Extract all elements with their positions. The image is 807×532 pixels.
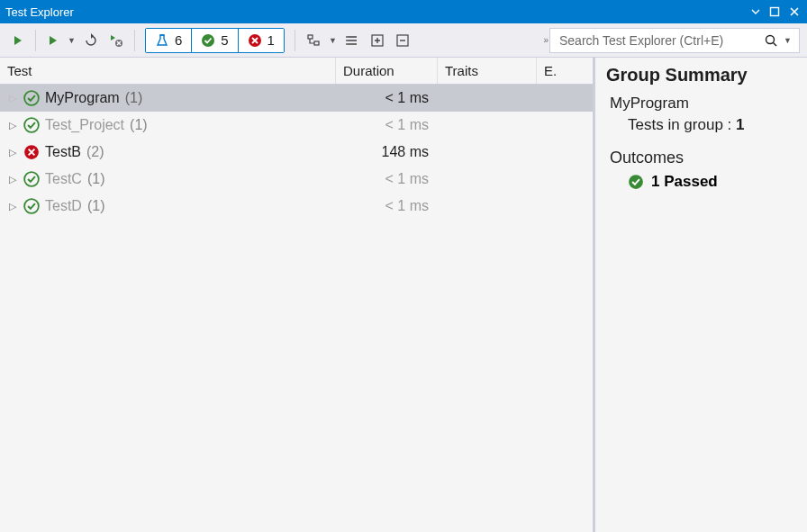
column-duration[interactable]: Duration (336, 58, 438, 84)
pass-icon (23, 117, 40, 133)
counter-passed-value: 5 (221, 32, 228, 48)
test-row[interactable]: ▷TestC (1)< 1 ms (0, 166, 593, 193)
svg-point-8 (766, 35, 775, 43)
svg-point-2 (202, 34, 214, 47)
test-duration: 148 ms (336, 144, 438, 160)
summary-group-name: MyProgram (610, 95, 796, 113)
toolbar: ▼ 6 5 1 ▼ (0, 23, 807, 58)
pass-icon (23, 198, 40, 214)
test-row[interactable]: ▷TestB (2)148 ms (0, 139, 593, 166)
test-duration: < 1 ms (336, 198, 438, 214)
fail-icon (23, 144, 40, 160)
test-count: (1) (125, 90, 143, 106)
expand-caret-icon[interactable]: ▷ (9, 201, 18, 212)
run-button[interactable] (42, 32, 64, 50)
test-name: TestC (45, 171, 82, 187)
column-e[interactable]: E. (537, 58, 593, 84)
expand-all-button[interactable] (366, 31, 389, 50)
test-row[interactable]: ▷Test_Project (1)< 1 ms (0, 112, 593, 139)
close-icon[interactable] (787, 5, 802, 19)
test-name: TestD (45, 198, 82, 214)
outcomes-label: Outcomes (610, 149, 796, 167)
counter-total-value: 6 (175, 32, 182, 48)
column-test[interactable]: Test (0, 58, 336, 84)
svg-point-10 (24, 118, 39, 132)
summary-pane: Group Summary MyProgram Tests in group :… (593, 58, 807, 532)
test-duration: < 1 ms (336, 117, 438, 133)
svg-point-12 (24, 172, 39, 186)
svg-point-9 (24, 91, 39, 105)
outcome-passed: 1 Passed (628, 173, 796, 191)
maximize-icon[interactable] (767, 5, 782, 19)
svg-point-13 (24, 199, 39, 213)
title-bar: Test Explorer (0, 0, 807, 23)
test-row[interactable]: ▷TestD (1)< 1 ms (0, 193, 593, 220)
expand-caret-icon[interactable]: ▷ (9, 93, 18, 104)
counter-total[interactable]: 6 (146, 29, 192, 52)
separator (295, 30, 295, 51)
summary-title: Group Summary (606, 65, 796, 86)
list-view-button[interactable] (340, 31, 364, 50)
window-controls (749, 5, 802, 19)
test-list-pane: Test Duration Traits E. ▷MyProgram (1)< … (0, 58, 593, 532)
content-area: Test Duration Traits E. ▷MyProgram (1)< … (0, 58, 807, 532)
test-name: TestB (45, 144, 81, 160)
test-row[interactable]: ▷MyProgram (1)< 1 ms (0, 85, 593, 112)
search-dropdown-icon[interactable]: ▼ (782, 36, 793, 45)
counter-failed-value: 1 (267, 32, 275, 48)
search-input[interactable] (559, 33, 764, 48)
run-dropdown-icon[interactable]: ▼ (66, 36, 77, 45)
pass-icon (628, 174, 644, 190)
show-test-hierarchy-button[interactable] (302, 31, 325, 50)
counter-failed[interactable]: 1 (239, 29, 284, 52)
expand-caret-icon[interactable]: ▷ (9, 147, 18, 158)
separator (35, 30, 36, 51)
test-count: (1) (130, 117, 148, 133)
search-icon[interactable] (764, 33, 778, 48)
test-duration: < 1 ms (336, 171, 438, 187)
svg-rect-5 (314, 41, 319, 45)
expand-caret-icon[interactable]: ▷ (9, 120, 18, 131)
window-title: Test Explorer (5, 5, 749, 19)
test-name: MyProgram (45, 90, 120, 106)
pass-icon (23, 90, 40, 106)
svg-rect-0 (771, 8, 779, 16)
flask-icon (155, 33, 169, 48)
fail-icon (248, 33, 262, 48)
search-box[interactable]: ▼ (549, 28, 800, 53)
test-duration: < 1 ms (336, 90, 438, 106)
test-name: Test_Project (45, 117, 124, 133)
playlist-run-button[interactable] (104, 31, 128, 50)
test-count: (1) (87, 198, 105, 214)
test-counters: 6 5 1 (145, 28, 285, 53)
svg-rect-4 (308, 35, 313, 39)
outcome-passed-text: 1 Passed (651, 173, 718, 191)
test-count: (2) (86, 144, 104, 160)
test-rows: ▷MyProgram (1)< 1 ms▷Test_Project (1)< 1… (0, 85, 593, 532)
pass-icon (23, 171, 40, 187)
collapse-all-button[interactable] (391, 31, 414, 50)
counter-passed[interactable]: 5 (192, 29, 238, 52)
summary-tests-line: Tests in group : 1 (628, 116, 796, 134)
separator (134, 30, 135, 51)
run-all-button[interactable] (7, 32, 29, 50)
column-headers: Test Duration Traits E. (0, 58, 593, 85)
svg-point-14 (629, 175, 643, 189)
expand-caret-icon[interactable]: ▷ (9, 174, 18, 185)
search-area: » ▼ (538, 28, 800, 53)
pass-icon (201, 33, 215, 48)
summary-tests-label: Tests in group : (628, 116, 731, 133)
chevron-icon[interactable]: » (538, 35, 549, 45)
summary-tests-count: 1 (736, 116, 744, 133)
column-traits[interactable]: Traits (438, 58, 537, 84)
test-count: (1) (87, 171, 105, 187)
dropdown-icon[interactable] (749, 5, 762, 18)
repeat-button[interactable] (79, 31, 103, 50)
hierarchy-dropdown-icon[interactable]: ▼ (327, 36, 339, 45)
